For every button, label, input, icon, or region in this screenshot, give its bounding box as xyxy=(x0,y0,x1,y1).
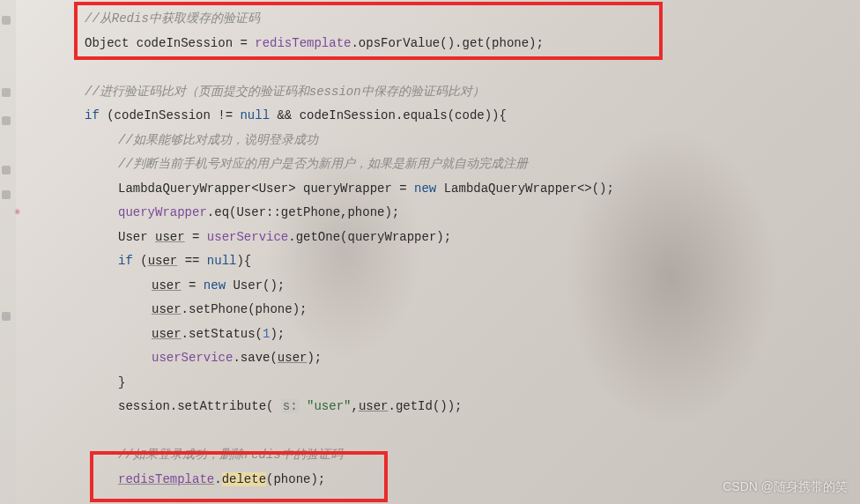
code-line: session.setAttribute( s: "user",user.get… xyxy=(0,395,860,419)
code-line xyxy=(0,419,860,444)
code-line: //进行验证码比对（页面提交的验证码和session中保存的验证码比对） xyxy=(0,80,860,105)
comment: //如果登录成功，删除redis中的验证码 xyxy=(118,448,343,462)
code-line: //从Redis中获取缓存的验证码 xyxy=(0,7,860,32)
code-line: Object codeInSession = redisTemplate.ops… xyxy=(0,32,860,56)
comment: //判断当前手机号对应的用户是否为新用户，如果是新用户就自动完成注册 xyxy=(118,157,528,171)
code-line: LambdaQueryWrapper<User> queryWrapper = … xyxy=(0,177,860,202)
code-line xyxy=(0,56,860,80)
code-line: if (user == null){ xyxy=(0,249,860,274)
code-line: userService.save(user); xyxy=(0,346,860,371)
param-hint: s: xyxy=(281,399,300,413)
code-line: user.setStatus(1); xyxy=(0,322,860,347)
code-area: //从Redis中获取缓存的验证码 Object codeInSession =… xyxy=(0,0,860,492)
code-line: } xyxy=(0,371,860,396)
code-line: redisTemplate.delete(phone); xyxy=(0,468,860,493)
code-line: //判断当前手机号对应的用户是否为新用户，如果是新用户就自动完成注册 xyxy=(0,152,860,177)
comment: //如果能够比对成功，说明登录成功 xyxy=(118,133,318,147)
code-line: User user = userService.getOne(queryWrap… xyxy=(0,226,860,250)
code-line: if (codeInSession != null && codeInSessi… xyxy=(0,104,860,129)
code-line: //如果登录成功，删除redis中的验证码 xyxy=(0,443,860,468)
comment: //从Redis中获取缓存的验证码 xyxy=(85,11,260,26)
code-line: user.setPhone(phone); xyxy=(0,298,860,322)
comment: //进行验证码比对（页面提交的验证码和session中保存的验证码比对） xyxy=(85,85,485,99)
code-line: //如果能够比对成功，说明登录成功 xyxy=(0,129,860,153)
code-line: queryWrapper.eq(User::getPhone,phone); xyxy=(0,201,860,226)
code-line: user = new User(); xyxy=(0,274,860,299)
